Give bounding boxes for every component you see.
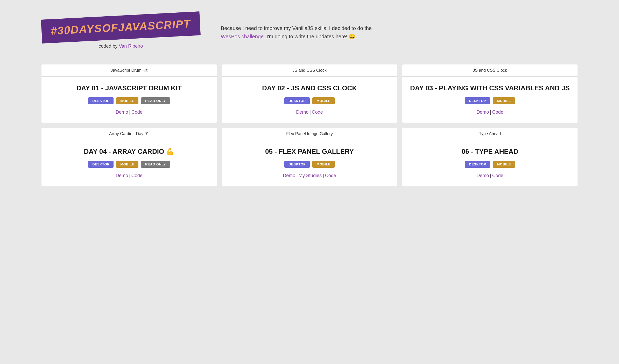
card-links: Demo|My Studies|Code [283, 173, 336, 178]
badge-desktop: DESKTOP [88, 161, 114, 168]
card-link-demo[interactable]: Demo [116, 173, 128, 178]
badge-desktop: DESKTOP [465, 97, 490, 104]
card-link-demo[interactable]: Demo [283, 173, 295, 178]
card-2: JS and CSS ClockDAY 02 - JS AND CSS CLOC… [222, 64, 397, 123]
card-link-my-studies[interactable]: My Studies [299, 173, 322, 178]
card-title: 06 - TYPE AHEAD [455, 140, 525, 161]
card-badges: DESKTOPMOBILE [279, 97, 340, 104]
coded-by-prefix: coded by [99, 43, 119, 49]
badge-mobile: MOBILE [493, 97, 515, 104]
card-link-code[interactable]: Code [492, 110, 503, 115]
badge-mobile: MOBILE [312, 161, 335, 168]
header: #30DAYSOFJAVASCRIPT coded by Van Ribeiro… [0, 0, 619, 59]
description-after: . I'm going to write the updates here! 😀 [264, 34, 355, 39]
cards-grid: JavaScript Drum KitDAY 01 - JAVASCRIPT D… [0, 59, 619, 196]
card-subtitle: JS and CSS Clock [222, 64, 397, 77]
header-description: Because I need to improve my VanillaJS s… [221, 24, 376, 41]
link-separator: | [490, 110, 491, 115]
card-title: 05 - FLEX PANEL GALLERY [259, 140, 360, 161]
badge-desktop: DESKTOP [284, 161, 310, 168]
card-title: DAY 04 - ARRAY CARDIO 💪 [78, 140, 181, 161]
card-link-code[interactable]: Code [131, 173, 143, 178]
card-links: Demo|Code [476, 173, 503, 178]
badge-desktop: DESKTOP [284, 97, 310, 104]
link-separator: | [310, 110, 311, 115]
badge-mobile: MOBILE [116, 161, 138, 168]
card-links: Demo|Code [116, 173, 143, 178]
logo-text: #30DAYSOFJAVASCRIPT [51, 18, 191, 37]
card-title: DAY 01 - JAVASCRIPT DRUM KIT [70, 77, 188, 97]
card-subtitle: Type Ahead [402, 128, 578, 140]
card-title: DAY 02 - JS AND CSS CLOCK [256, 77, 363, 97]
badge-readonly: READ ONLY [141, 97, 170, 104]
card-link-demo[interactable]: Demo [296, 110, 308, 115]
card-link-demo[interactable]: Demo [116, 110, 128, 115]
badge-desktop: DESKTOP [88, 97, 114, 104]
card-title: DAY 03 - PLAYING WITH CSS VARIABLES AND … [404, 77, 576, 97]
card-subtitle: Flex Panel Image Gallery [222, 128, 397, 140]
card-badges: DESKTOPMOBILE [279, 161, 340, 168]
card-3: JS and CSS ClockDAY 03 - PLAYING WITH CS… [402, 64, 578, 123]
card-6: Type Ahead06 - TYPE AHEADDESKTOPMOBILEDe… [402, 128, 578, 186]
badge-desktop: DESKTOP [465, 161, 490, 168]
card-4: Array Cardio - Day 01DAY 04 - ARRAY CARD… [41, 128, 217, 186]
card-1: JavaScript Drum KitDAY 01 - JAVASCRIPT D… [41, 64, 217, 123]
link-separator: | [129, 110, 130, 115]
card-subtitle: JS and CSS Clock [402, 64, 578, 77]
card-5: Flex Panel Image Gallery05 - FLEX PANEL … [222, 128, 397, 186]
card-badges: DESKTOPMOBILEREAD ONLY [83, 161, 175, 168]
link-separator: | [490, 173, 491, 178]
card-subtitle: JavaScript Drum Kit [41, 64, 217, 77]
card-links: Demo|Code [476, 110, 503, 115]
badge-readonly: READ ONLY [141, 161, 170, 168]
card-badges: DESKTOPMOBILE [460, 161, 520, 168]
link-separator: | [296, 173, 298, 178]
card-subtitle: Array Cardio - Day 01 [41, 128, 217, 140]
card-link-code[interactable]: Code [492, 173, 503, 178]
badge-mobile: MOBILE [493, 161, 515, 168]
coded-by-link[interactable]: Van Ribeiro [119, 43, 143, 49]
logo-banner: #30DAYSOFJAVASCRIPT [41, 11, 201, 43]
badge-mobile: MOBILE [116, 97, 138, 104]
link-separator: | [129, 173, 130, 178]
card-links: Demo|Code [296, 110, 323, 115]
card-link-demo[interactable]: Demo [476, 173, 489, 178]
card-links: Demo|Code [116, 110, 143, 115]
coded-by: coded by Van Ribeiro [41, 43, 200, 49]
logo-container: #30DAYSOFJAVASCRIPT coded by Van Ribeiro [41, 16, 200, 49]
card-link-demo[interactable]: Demo [476, 110, 489, 115]
card-badges: DESKTOPMOBILEREAD ONLY [83, 97, 175, 104]
wesbos-link[interactable]: WesBos challenge [221, 34, 264, 39]
description-before: Because I need to improve my VanillaJS s… [221, 25, 372, 31]
card-link-code[interactable]: Code [312, 110, 323, 115]
card-badges: DESKTOPMOBILE [460, 97, 520, 104]
card-link-code[interactable]: Code [325, 173, 336, 178]
link-separator: | [323, 173, 324, 178]
card-link-code[interactable]: Code [131, 110, 143, 115]
badge-mobile: MOBILE [312, 97, 335, 104]
